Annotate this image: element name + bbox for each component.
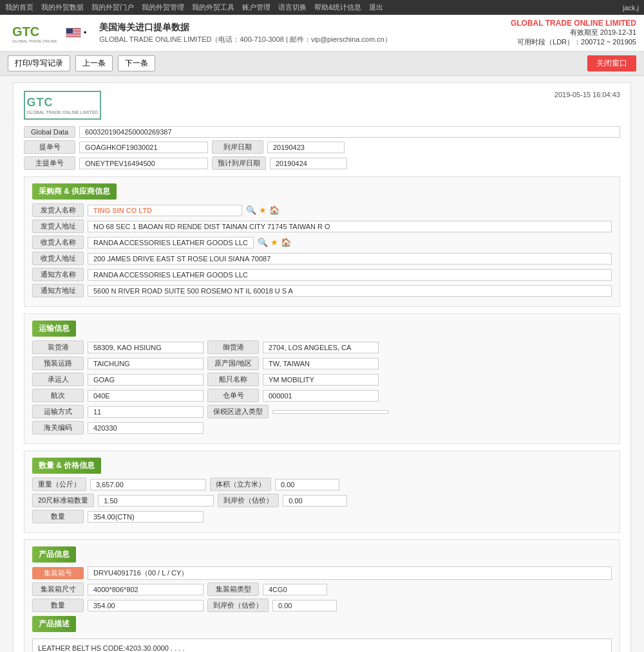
page-title: 美国海关进口提单数据 [99, 22, 511, 33]
flag-separator: • [84, 28, 86, 37]
arrival-date-label: 到岸日期 [212, 140, 263, 154]
nav-items: 我的首页 我的外贸数据 我的外贸门户 我的外贸管理 我的外贸工具 账户管理 语言… [5, 3, 383, 12]
volume-label: 体积（立方米） [210, 478, 271, 491]
pre-transport-value: TAICHUNG [88, 358, 204, 369]
global-data-value: 6003201904250000269387 [79, 126, 620, 138]
shipper-name-row: 发货人名称 TING SIN CO LTD 🔍 ★ 🏠 [32, 203, 612, 217]
nav-language[interactable]: 语言切换 [278, 3, 307, 12]
bill-row: 提单号 GOAGHKOF19030021 到岸日期 20190423 [24, 140, 620, 154]
doc-logo: GTC GLOBAL TRADE ONLINE LIMITED [24, 91, 101, 120]
desc-header: 产品描述 [32, 616, 76, 632]
consignee-addr-row: 收货人地址 200 JAMES DRIVE EAST ST ROSE LOUI … [32, 252, 612, 265]
nav-portal[interactable]: 我的外贸门户 [91, 3, 134, 12]
quantity-value: 354.00(CTN) [88, 511, 204, 523]
star-icon[interactable]: ★ [259, 205, 267, 215]
pre-transport-label: 预装运路 [32, 357, 84, 370]
top-toolbar: 打印/导写记录 上一条 下一条 关闭窗口 [0, 51, 644, 76]
page-header: GTC GLOBAL TRADE ONLINE LIMITED • 美国海关进口… [0, 15, 644, 51]
doc-logo-box: GTC GLOBAL TRADE ONLINE LIMITED [24, 91, 101, 120]
carrier-label: 承运人 [32, 373, 84, 386]
desc-section: 产品描述 LEATHER BELT HS CODE:4203.30.0000 .… [32, 616, 612, 652]
eta-label: 预计到岸日期 [212, 156, 266, 170]
notify-name-label: 通知方名称 [32, 268, 84, 281]
vessel-label: 船只名称 [207, 373, 259, 386]
prev-button[interactable]: 上一条 [75, 55, 113, 71]
svg-text:GTC: GTC [12, 24, 39, 39]
nav-manage[interactable]: 我的外贸管理 [142, 3, 184, 12]
carrier-value: GOAG [88, 374, 204, 386]
pre-transport-row: 预装运路 TAICHUNG 原产国/地区 TW, TAIWAN [32, 357, 612, 370]
weight-value: 3,657.00 [90, 479, 206, 490]
supplier-section-header: 采购商 & 供应商信息 [32, 183, 117, 200]
nav-tools[interactable]: 我的外贸工具 [192, 3, 234, 12]
quantity-section-header: 数量 & 价格信息 [32, 458, 101, 474]
master-bill-label: 主提单号 [24, 156, 75, 170]
weight-row: 重量（公斤） 3,657.00 体积（立方米） 0.00 [32, 478, 612, 491]
product-quantity-value: 354.00 [88, 600, 204, 611]
bill-label: 提单号 [24, 140, 75, 154]
shipper-name-value: TING SIN CO LTD [88, 205, 242, 216]
shipper-addr-label: 发货人地址 [32, 219, 84, 233]
home-icon[interactable]: 🏠 [269, 205, 279, 215]
container-size-label: 集装箱尺寸 [32, 582, 84, 596]
consignee-addr-label: 收货人地址 [32, 252, 84, 265]
company-name: GLOBAL TRADE ONLINE LIMITED [511, 19, 636, 28]
next-button[interactable]: 下一条 [118, 55, 155, 71]
consignee-icons: 🔍 ★ 🏠 [258, 238, 291, 247]
global-data-label: Global Data [24, 126, 75, 138]
origin-label: 原产国/地区 [207, 357, 259, 370]
container-no-label: 集装箱号 [32, 567, 84, 579]
warehouse-label: 仓单号 [207, 389, 259, 402]
weight-label: 重量（公斤） [32, 478, 86, 491]
price-label: 到岸价（估价） [218, 494, 279, 507]
loading-port-label: 装货港 [32, 340, 84, 354]
eta-value: 20190424 [270, 158, 347, 169]
customs-code-label: 海关编码 [32, 421, 84, 434]
quantity-label: 数量 [32, 510, 84, 523]
document-card: GTC GLOBAL TRADE ONLINE LIMITED 2019-05-… [13, 82, 631, 652]
consignee-name-row: 收货人名称 RANDA ACCESSORIES LEATHER GOODS LL… [32, 236, 612, 249]
container-no-row: 集装箱号 DRYU4091716（00 / L / CY） [32, 566, 612, 580]
bonded-value [272, 410, 388, 414]
doc-logo-text: GTC [27, 96, 99, 109]
volume-value: 0.00 [275, 479, 339, 490]
transport-mode-row: 运输方式 11 保税区进入类型 [32, 405, 612, 418]
consignee-home-icon[interactable]: 🏠 [281, 238, 291, 247]
shipper-addr-row: 发货人地址 NO 68 SEC 1 BAOAN RD RENDE DIST TA… [32, 219, 612, 233]
container20-label: 20尺标准箱数量 [32, 494, 94, 507]
nav-logout[interactable]: 退出 [369, 3, 383, 12]
nav-home[interactable]: 我的首页 [5, 3, 33, 12]
print-button[interactable]: 打印/导写记录 [8, 55, 70, 71]
consignee-star-icon[interactable]: ★ [270, 238, 278, 247]
container20-row: 20尺标准箱数量 1.50 到岸价（估价） 0.00 [32, 494, 612, 507]
search-icon[interactable]: 🔍 [246, 205, 256, 215]
product-section: 产品信息 集装箱号 DRYU4091716（00 / L / CY） 集装箱尺寸… [24, 539, 620, 652]
master-bill-value: ONEYTPEV16494500 [79, 158, 208, 169]
svg-rect-8 [66, 35, 81, 36]
warehouse-value: 000001 [263, 390, 379, 402]
nav-account[interactable]: 账户管理 [242, 3, 270, 12]
consignee-search-icon[interactable]: 🔍 [258, 238, 268, 247]
product-section-header: 产品信息 [32, 546, 76, 563]
nav-data[interactable]: 我的外贸数据 [41, 3, 84, 12]
nav-help[interactable]: 帮助&统计信息 [314, 3, 361, 12]
bill-value: GOAGHKOF19030021 [79, 142, 208, 153]
header-right-info: GLOBAL TRADE ONLINE LIMITED 有效期至 2019-12… [511, 19, 636, 47]
doc-timestamp: 2019-05-15 16:04:43 [554, 91, 620, 98]
container-size-row: 集装箱尺寸 4000*806*802 集装箱类型 4CG0 [32, 582, 612, 596]
doc-logo-sub: GLOBAL TRADE ONLINE LIMITED [27, 110, 99, 115]
customs-code-value: 420330 [88, 422, 204, 434]
price-value: 0.00 [283, 495, 347, 507]
voyage-value: 040E [88, 390, 204, 402]
container-size-value: 4000*806*802 [88, 584, 204, 595]
arrival-date-value: 20190423 [267, 142, 345, 153]
product-quantity-row: 数量 354.00 到岸价（估价） 0.00 [32, 599, 612, 612]
close-button[interactable]: 关闭窗口 [587, 55, 636, 71]
arrival-price-label: 到岸价（估价） [207, 599, 269, 612]
supplier-section: 采购商 & 供应商信息 发货人名称 TING SIN CO LTD 🔍 ★ 🏠 … [24, 176, 620, 307]
notify-addr-value: 5600 N RIVER ROAD SUITE 500 ROSEMO NT IL… [88, 285, 612, 297]
us-flag [66, 28, 81, 38]
main-content: GTC GLOBAL TRADE ONLINE LIMITED 2019-05-… [0, 76, 644, 652]
bonded-label: 保税区进入类型 [207, 405, 269, 418]
quantity-row: 数量 354.00(CTN) [32, 510, 612, 523]
